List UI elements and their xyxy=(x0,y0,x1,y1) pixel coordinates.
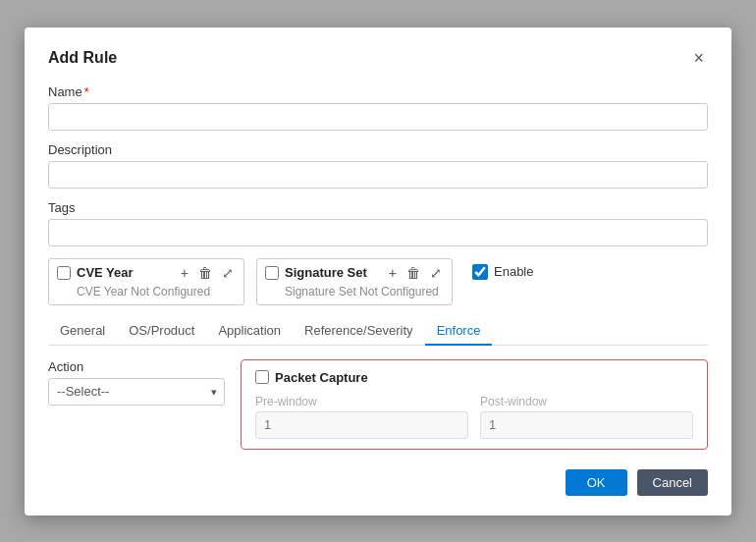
modal-overlay: Add Rule × Name* Description Tags xyxy=(0,0,756,542)
cancel-button[interactable]: Cancel xyxy=(637,469,708,496)
modal-header: Add Rule × xyxy=(48,47,708,69)
post-window-input[interactable] xyxy=(480,411,693,439)
post-window-label: Post-window xyxy=(480,395,693,408)
cards-row: CVE Year + 🗑 ⤢ CVE Year Not Configured S… xyxy=(48,258,708,305)
post-window-field: Post-window xyxy=(480,395,693,439)
packet-capture-checkbox[interactable] xyxy=(255,370,269,384)
packet-capture-header: Packet Capture xyxy=(255,370,693,385)
ok-button[interactable]: OK xyxy=(566,469,627,496)
modal-title: Add Rule xyxy=(48,49,117,67)
cve-year-status: CVE Year Not Configured xyxy=(57,285,236,298)
action-select-wrapper: --Select-- Allow Block Drop ▾ xyxy=(48,378,225,406)
cve-year-card: CVE Year + 🗑 ⤢ CVE Year Not Configured xyxy=(48,258,244,305)
cve-year-expand-button[interactable]: ⤢ xyxy=(220,265,236,281)
modal-footer: OK Cancel xyxy=(48,469,708,496)
enable-checkbox[interactable] xyxy=(472,264,488,280)
signature-set-card: Signature Set + 🗑 ⤢ Signature Set Not Co… xyxy=(256,258,453,305)
signature-set-add-button[interactable]: + xyxy=(387,265,399,281)
signature-set-title: Signature Set xyxy=(285,265,381,280)
signature-set-status: Signature Set Not Configured xyxy=(265,285,444,298)
pre-window-input[interactable] xyxy=(255,411,468,439)
tab-general[interactable]: General xyxy=(48,317,117,346)
packet-capture-fields: Pre-window Post-window xyxy=(255,395,693,439)
name-label: Name* xyxy=(48,84,708,99)
description-group: Description xyxy=(48,142,708,189)
close-button[interactable]: × xyxy=(689,47,708,69)
cve-year-title: CVE Year xyxy=(77,265,173,280)
pre-window-field: Pre-window xyxy=(255,395,468,439)
tab-os-product[interactable]: OS/Product xyxy=(117,317,206,346)
required-star: * xyxy=(84,84,89,99)
enable-container: Enable xyxy=(472,264,533,280)
packet-capture-title: Packet Capture xyxy=(275,370,368,385)
packet-capture-box: Packet Capture Pre-window Post-window xyxy=(241,359,708,450)
name-input[interactable] xyxy=(48,103,708,131)
enforce-tab-content: Action --Select-- Allow Block Drop ▾ Pac… xyxy=(48,359,708,450)
description-label: Description xyxy=(48,142,708,157)
action-select[interactable]: --Select-- Allow Block Drop xyxy=(48,378,225,406)
description-input[interactable] xyxy=(48,161,708,189)
name-group: Name* xyxy=(48,84,708,131)
tags-label: Tags xyxy=(48,200,708,215)
tabs-bar: General OS/Product Application Reference… xyxy=(48,317,708,346)
tags-input[interactable] xyxy=(48,219,708,246)
cve-year-add-button[interactable]: + xyxy=(179,265,190,281)
pre-window-label: Pre-window xyxy=(255,395,468,408)
tags-group: Tags xyxy=(48,200,708,246)
tab-application[interactable]: Application xyxy=(206,317,293,346)
signature-set-delete-button[interactable]: 🗑 xyxy=(405,265,422,281)
tab-reference-severity[interactable]: Reference/Severity xyxy=(293,317,425,346)
cve-year-delete-button[interactable]: 🗑 xyxy=(196,265,214,281)
action-group: Action --Select-- Allow Block Drop ▾ xyxy=(48,359,225,406)
cve-year-card-header: CVE Year + 🗑 ⤢ xyxy=(57,265,236,281)
add-rule-modal: Add Rule × Name* Description Tags xyxy=(25,27,731,515)
signature-set-expand-button[interactable]: ⤢ xyxy=(428,265,444,281)
cve-year-checkbox[interactable] xyxy=(57,266,71,280)
enable-label: Enable xyxy=(494,264,533,279)
signature-set-checkbox[interactable] xyxy=(265,266,279,280)
tab-enforce[interactable]: Enforce xyxy=(425,317,493,346)
action-label: Action xyxy=(48,359,225,374)
signature-set-card-header: Signature Set + 🗑 ⤢ xyxy=(265,265,444,281)
